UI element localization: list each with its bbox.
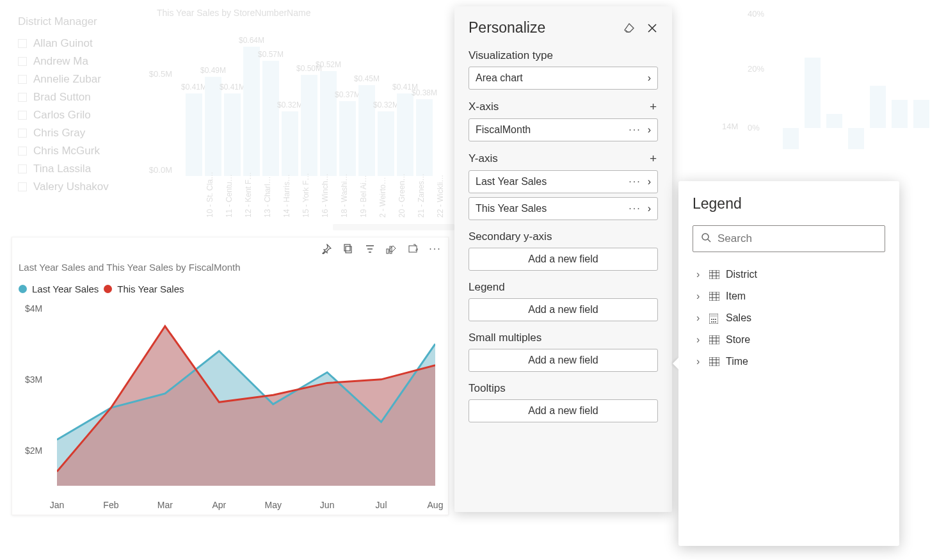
field-tree-table[interactable]: ›Time: [693, 351, 885, 372]
bar-xtick: 21 - Zanes…: [417, 205, 426, 218]
area-xtick: Feb: [98, 500, 124, 510]
bar-xtick: 18 - Washi…: [340, 205, 349, 218]
slicer-item: Brad Sutton: [18, 88, 152, 106]
bar-data-label: $0.41M: [389, 83, 421, 92]
bar-data-label: $0.32M: [370, 100, 402, 109]
chevron-right-icon: ›: [696, 291, 703, 302]
more-options-icon[interactable]: ···: [629, 176, 641, 188]
filter-icon[interactable]: [364, 243, 376, 255]
slicer-item-label: Tina Lassila: [33, 163, 91, 175]
bar: [397, 93, 413, 176]
bar-xtick: 12 - Kent F…: [244, 205, 253, 218]
area-xtick: Jun: [314, 500, 340, 510]
bar: [416, 99, 433, 176]
bar-xtick: 16 - Winch…: [321, 205, 330, 218]
area-xtick: Jul: [369, 500, 394, 510]
svg-point-13: [711, 321, 712, 323]
field-tree-table[interactable]: ›District: [693, 264, 885, 285]
chevron-right-icon: ›: [648, 176, 651, 188]
field-tree-table[interactable]: ›Item: [693, 285, 885, 307]
bar-data-label: $0.64M: [236, 36, 268, 45]
x-axis-field[interactable]: FiscalMonth ··· ›: [469, 118, 658, 141]
slicer-item-label: Annelie Zubar: [33, 73, 101, 86]
personalize-icon[interactable]: [385, 243, 398, 255]
clear-icon[interactable]: [623, 22, 635, 34]
table-icon: [709, 357, 719, 366]
area-xtick: Jan: [44, 500, 70, 510]
slicer-item: Carlos Grilo: [18, 106, 152, 124]
table-icon: [709, 270, 719, 279]
more-options-icon[interactable]: ···: [429, 243, 442, 255]
svg-point-10: [711, 319, 712, 320]
personalize-panel: Personalize Visualization type Area char…: [454, 6, 672, 512]
add-x-axis-icon[interactable]: +: [650, 100, 658, 114]
bar-xtick: 13 - Charl…: [263, 205, 272, 218]
field-search-input[interactable]: [716, 232, 877, 246]
area-xtick: May: [261, 500, 286, 510]
area-chart-plot: $4M$3M$2MJanFebMarAprMayJunJulAug: [25, 301, 435, 492]
copy-icon[interactable]: [342, 243, 355, 255]
table-icon: [709, 335, 719, 344]
more-options-icon[interactable]: ···: [629, 124, 641, 136]
field-tree-table[interactable]: ›Sales: [693, 307, 885, 329]
right-ytick: 0%: [748, 123, 760, 132]
add-legend-button[interactable]: Add a new field: [469, 298, 658, 321]
field-tree-label: Time: [726, 356, 748, 367]
more-options-icon[interactable]: ···: [629, 203, 641, 214]
checkbox-icon: [18, 75, 27, 84]
add-small-multiples-button[interactable]: Add a new field: [469, 349, 658, 372]
svg-rect-9: [710, 315, 717, 317]
area-chart-title: Last Year Sales and This Year Sales by F…: [19, 262, 241, 273]
area-xtick: Mar: [152, 500, 178, 510]
field-tree-label: Item: [726, 291, 746, 302]
svg-point-14: [713, 321, 714, 323]
slicer-item-label: Valery Ushakov: [33, 180, 109, 193]
area-chart-visual[interactable]: ··· Last Year Sales and This Year Sales …: [12, 237, 449, 515]
bar-chart-scrollbar: [333, 224, 454, 230]
chevron-right-icon: ›: [696, 356, 703, 367]
svg-point-12: [715, 319, 716, 320]
right-ytick: 40%: [748, 9, 764, 19]
area-ytick: $2M: [25, 445, 42, 456]
bar-data-label: $0.57M: [255, 50, 287, 59]
bar: [892, 100, 908, 128]
bar-ytick: $0.5M: [134, 69, 176, 79]
flyout-title: Legend: [693, 195, 885, 212]
x-axis-value: FiscalMonth: [476, 124, 622, 136]
slicer-item-label: Carlos Grilo: [33, 109, 91, 122]
add-secondary-y-button[interactable]: Add a new field: [469, 248, 658, 271]
section-small-multiples: Small multiples: [469, 332, 658, 344]
add-tooltips-button[interactable]: Add a new field: [469, 399, 658, 422]
field-tree-table[interactable]: ›Store: [693, 329, 885, 351]
chevron-right-icon: ›: [696, 334, 703, 346]
svg-point-5: [702, 234, 709, 240]
svg-rect-7: [709, 292, 719, 301]
search-icon: [701, 232, 711, 246]
field-search-box[interactable]: [693, 225, 885, 252]
section-legend: Legend: [469, 281, 658, 294]
viz-type-selector[interactable]: Area chart ›: [469, 67, 658, 90]
table-icon: [709, 292, 719, 301]
slicer-item: Andrew Ma: [18, 52, 152, 70]
bar-xtick: 22 - Wickli…: [436, 205, 445, 218]
field-tree: ›District›Item›Sales›Store›Time: [693, 264, 885, 372]
svg-point-15: [715, 321, 716, 323]
bar: [378, 111, 394, 176]
y-axis-value: Last Year Sales: [476, 176, 622, 188]
checkbox-icon: [18, 57, 27, 66]
add-y-axis-icon[interactable]: +: [650, 152, 658, 166]
pin-icon[interactable]: [320, 243, 333, 255]
section-secondary-y: Secondary y-axis: [469, 230, 658, 243]
slicer-item-label: Andrew Ma: [33, 55, 88, 68]
y-axis-field[interactable]: This Year Sales ··· ›: [469, 197, 658, 220]
chevron-right-icon: ›: [648, 72, 651, 84]
close-icon[interactable]: [646, 22, 658, 34]
bar-chart-title: This Year Sales by StoreNumberName: [157, 8, 310, 18]
focus-mode-icon[interactable]: [407, 243, 420, 255]
y-axis-value: This Year Sales: [476, 203, 622, 214]
y-axis-field[interactable]: Last Year Sales ··· ›: [469, 170, 658, 193]
chevron-right-icon: ›: [648, 203, 651, 214]
bar-data-label: $0.37M: [332, 90, 364, 99]
section-x-axis: X-axis +: [469, 100, 658, 114]
district-manager-slicer: District Manager Allan GuinotAndrew MaAn…: [18, 15, 152, 196]
